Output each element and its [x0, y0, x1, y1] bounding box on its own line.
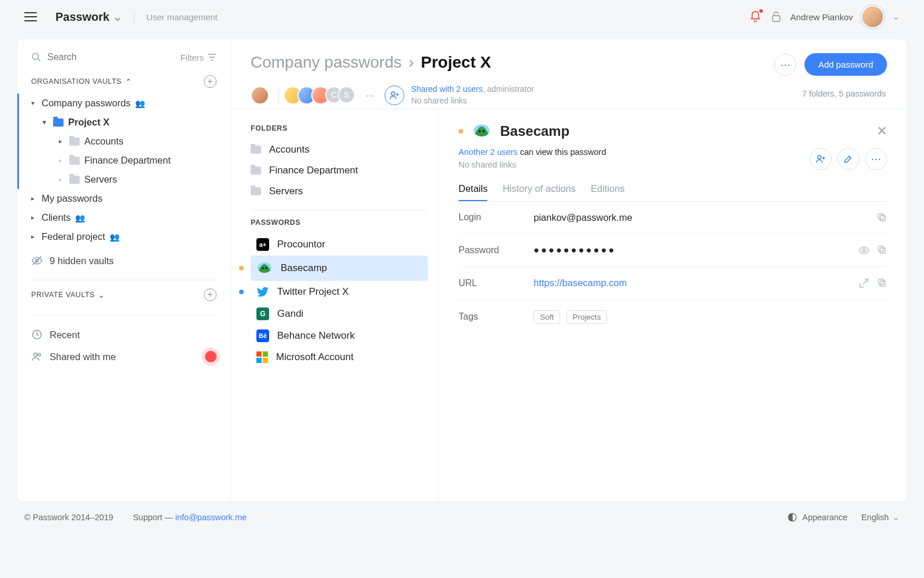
password-item-twitter[interactable]: Twitter Project X [251, 281, 428, 303]
lock-icon[interactable] [771, 11, 781, 23]
tag-projects[interactable]: Projects [567, 310, 608, 324]
breadcrumb-root[interactable]: Company passwords [251, 53, 401, 72]
org-vaults-heading[interactable]: Organisation vaults [31, 77, 122, 86]
password-value[interactable]: ●●●●●●●●●●● [534, 244, 858, 255]
folder-label: Servers [269, 186, 303, 197]
more-icon[interactable]: ⋯ [366, 90, 374, 101]
sidebar-item-federal[interactable]: ▸ Federal project 👥 [17, 227, 217, 246]
language-select[interactable]: English ⌄ [861, 513, 900, 522]
copyright: © Passwork 2014–2019 [24, 513, 113, 522]
password-item-basecamp[interactable]: Basecamp [251, 255, 428, 281]
copy-icon[interactable] [877, 212, 887, 223]
tag-soft[interactable]: Soft [534, 310, 560, 324]
close-icon[interactable]: ✕ [877, 124, 887, 139]
add-private-vault-button[interactable]: + [204, 288, 217, 301]
password-label: Behance Network [277, 330, 355, 342]
sidebar-item-accounts[interactable]: ▸ Accounts [17, 132, 217, 151]
separator [134, 10, 135, 23]
shared-users-link[interactable]: Shared with 2 users [411, 84, 483, 94]
recent-link[interactable]: Recent [31, 324, 217, 346]
passwords-heading: PASSWORDS [251, 218, 428, 227]
chevron-down-icon[interactable]: ⌄ [892, 12, 900, 22]
folder-icon [251, 146, 261, 154]
filters-button[interactable]: Filters [180, 53, 217, 62]
svg-rect-18 [880, 216, 885, 221]
brand[interactable]: Passwork ⌄ [55, 10, 122, 24]
password-item-microsoft[interactable]: Microsoft Account [251, 347, 428, 368]
copy-icon[interactable] [877, 277, 887, 288]
sidebar-item-my-passwords[interactable]: ▸ My passwords [17, 189, 217, 208]
microsoft-icon [256, 351, 268, 363]
folder-item-accounts[interactable]: Accounts [251, 139, 428, 160]
eye-icon[interactable] [858, 244, 870, 256]
open-link-icon[interactable] [858, 277, 870, 289]
sidebar-item-servers[interactable]: ▸ Servers [17, 170, 217, 189]
eye-off-icon [31, 255, 43, 266]
share-user-button[interactable] [810, 148, 832, 170]
brand-label: Passwork [55, 10, 109, 24]
avatar-initial[interactable]: S [338, 86, 355, 103]
app-icon: a+ [256, 238, 269, 251]
chevron-right-icon: › [408, 53, 413, 72]
avatar[interactable] [251, 86, 269, 105]
search-icon [31, 52, 42, 62]
chevron-down-icon: ⌄ [98, 291, 105, 299]
language-label: English [861, 513, 889, 522]
caret-right-icon: ▸ [59, 176, 65, 183]
svg-rect-22 [878, 246, 884, 251]
filter-icon [207, 53, 217, 61]
user-plus-icon [815, 154, 826, 164]
chevron-down-icon: ⌄ [113, 10, 122, 24]
users-icon [31, 351, 43, 362]
user-name[interactable]: Andrew Piankov [791, 12, 853, 22]
edit-button[interactable] [837, 148, 859, 170]
separator [278, 87, 279, 104]
sidebar-item-company-passwords[interactable]: ▾ Company passwords 👥 [17, 94, 217, 113]
avatar[interactable] [862, 6, 883, 27]
password-label: Gandi [277, 308, 303, 320]
password-item-behance[interactable]: Bē Behance Network [251, 325, 428, 347]
svg-point-4 [34, 353, 38, 357]
sidebar-item-label: Finance Department [84, 155, 171, 166]
shared-with-me-link[interactable]: Shared with me [31, 346, 217, 368]
status-dot-icon [459, 129, 463, 134]
more-button[interactable]: ⋯ [865, 148, 887, 170]
svg-point-1 [32, 53, 39, 60]
folder-icon [69, 138, 80, 146]
tab-details[interactable]: Details [459, 177, 487, 201]
password-item-gandi[interactable]: G Gandi [251, 303, 428, 325]
folder-item-servers[interactable]: Servers [251, 181, 428, 202]
support-prefix: Support — [133, 513, 175, 522]
tab-editions[interactable]: Editions [591, 177, 625, 201]
appearance-toggle[interactable]: Appearance [787, 512, 847, 523]
copy-icon[interactable] [877, 244, 887, 255]
sidebar-item-project-x[interactable]: ▾ Project X [17, 113, 217, 132]
password-item-procountor[interactable]: a+ Procountor [251, 234, 428, 255]
svg-rect-21 [880, 248, 885, 253]
folder-icon [69, 157, 80, 165]
svg-rect-23 [880, 281, 885, 286]
recent-label: Recent [50, 329, 80, 340]
section-title[interactable]: User management [146, 12, 217, 22]
folder-item-finance[interactable]: Finance Department [251, 160, 428, 181]
more-actions-button[interactable]: ⋯ [774, 54, 796, 76]
add-vault-button[interactable]: + [204, 75, 217, 88]
caret-right-icon: ▸ [59, 138, 65, 145]
sidebar-item-finance[interactable]: ▸ Finance Department [17, 151, 217, 170]
hidden-vaults-link[interactable]: 9 hidden vaults [31, 250, 217, 272]
sidebar-item-clients[interactable]: ▸ Clients 👥 [17, 208, 217, 227]
users-icon: 👥 [110, 232, 120, 242]
detail-users-link[interactable]: Another 2 users [459, 147, 517, 157]
support-email-link[interactable]: info@passwork.me [176, 513, 247, 522]
invite-user-button[interactable] [385, 86, 404, 105]
menu-icon[interactable] [24, 12, 37, 21]
tab-history[interactable]: History of actions [502, 177, 576, 201]
url-value[interactable]: https://basecamp.com [534, 277, 858, 288]
add-password-button[interactable]: Add password [804, 53, 887, 76]
search-input[interactable] [47, 52, 174, 62]
sidebar-item-label: Project X [68, 117, 110, 128]
private-vaults-heading[interactable]: Private vaults [31, 291, 95, 299]
login-value[interactable]: piankov@passwork.me [534, 212, 877, 223]
notifications-icon[interactable] [749, 10, 762, 23]
notification-dot-icon [205, 351, 217, 362]
